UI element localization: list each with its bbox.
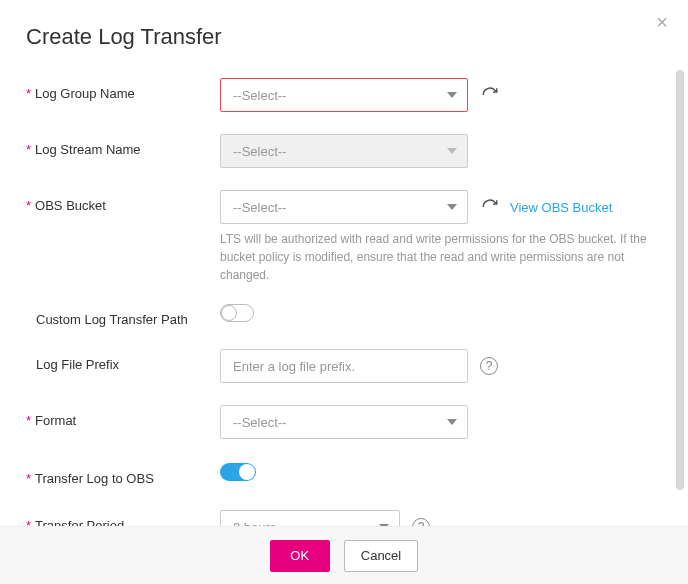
toggle-knob xyxy=(221,305,237,321)
chevron-down-icon xyxy=(447,204,457,210)
custom-path-toggle[interactable] xyxy=(220,304,254,322)
required-mark: * xyxy=(26,199,31,212)
log-prefix-input[interactable] xyxy=(220,349,468,383)
label-text: Log Group Name xyxy=(35,86,135,101)
chevron-down-icon xyxy=(447,419,457,425)
view-obs-bucket-link[interactable]: View OBS Bucket xyxy=(510,200,612,215)
format-select[interactable]: --Select-- xyxy=(220,405,468,439)
chevron-down-icon xyxy=(447,148,457,154)
label-text: Log Stream Name xyxy=(35,142,141,157)
label-text: OBS Bucket xyxy=(35,198,106,213)
ok-button[interactable]: OK xyxy=(270,540,330,572)
label-text: Log File Prefix xyxy=(36,357,119,372)
row-transfer-obs: * Transfer Log to OBS xyxy=(26,463,662,486)
transfer-period-select[interactable]: 3 hours xyxy=(220,510,400,526)
help-icon[interactable]: ? xyxy=(480,357,498,375)
transfer-obs-toggle[interactable] xyxy=(220,463,256,481)
label-text: Transfer Period xyxy=(35,518,124,526)
row-log-prefix: Log File Prefix ? xyxy=(26,349,662,383)
dialog-footer: OK Cancel xyxy=(0,526,688,584)
required-mark: * xyxy=(26,143,31,156)
select-placeholder: --Select-- xyxy=(233,200,286,215)
label-obs-bucket: * OBS Bucket xyxy=(26,190,220,213)
refresh-icon[interactable] xyxy=(480,85,500,105)
obs-bucket-select[interactable]: --Select-- xyxy=(220,190,468,224)
label-transfer-obs: * Transfer Log to OBS xyxy=(26,463,220,486)
refresh-icon[interactable] xyxy=(480,197,500,217)
row-obs-bucket: * OBS Bucket --Select-- View OBS Bucket … xyxy=(26,190,662,284)
select-placeholder: --Select-- xyxy=(233,88,286,103)
row-transfer-period: * Transfer Period 3 hours ? xyxy=(26,510,662,526)
obs-bucket-helper: LTS will be authorized with read and wri… xyxy=(220,230,650,284)
scrollbar-track[interactable] xyxy=(674,60,686,526)
label-log-group: * Log Group Name xyxy=(26,78,220,101)
log-stream-select[interactable]: --Select-- xyxy=(220,134,468,168)
required-mark: * xyxy=(26,519,31,526)
form-body: * Log Group Name --Select-- * Log xyxy=(0,60,688,526)
scrollbar-thumb[interactable] xyxy=(676,70,684,490)
close-icon[interactable]: × xyxy=(656,12,668,32)
label-format: * Format xyxy=(26,405,220,428)
dialog-title: Create Log Transfer xyxy=(0,0,688,58)
required-mark: * xyxy=(26,87,31,100)
label-log-prefix: Log File Prefix xyxy=(26,349,220,372)
select-placeholder: --Select-- xyxy=(233,144,286,159)
row-log-group: * Log Group Name --Select-- xyxy=(26,78,662,112)
label-text: Format xyxy=(35,413,76,428)
select-placeholder: --Select-- xyxy=(233,415,286,430)
label-text: Transfer Log to OBS xyxy=(35,471,154,486)
log-group-select[interactable]: --Select-- xyxy=(220,78,468,112)
help-icon[interactable]: ? xyxy=(412,518,430,526)
row-format: * Format --Select-- xyxy=(26,405,662,439)
label-custom-path: Custom Log Transfer Path xyxy=(26,304,220,327)
toggle-knob xyxy=(239,464,255,480)
required-mark: * xyxy=(26,414,31,427)
required-mark: * xyxy=(26,472,31,485)
row-custom-path: Custom Log Transfer Path xyxy=(26,304,662,327)
label-text: Custom Log Transfer Path xyxy=(36,312,188,327)
cancel-button[interactable]: Cancel xyxy=(344,540,418,572)
chevron-down-icon xyxy=(447,92,457,98)
label-transfer-period: * Transfer Period xyxy=(26,510,220,526)
label-log-stream: * Log Stream Name xyxy=(26,134,220,157)
row-log-stream: * Log Stream Name --Select-- xyxy=(26,134,662,168)
